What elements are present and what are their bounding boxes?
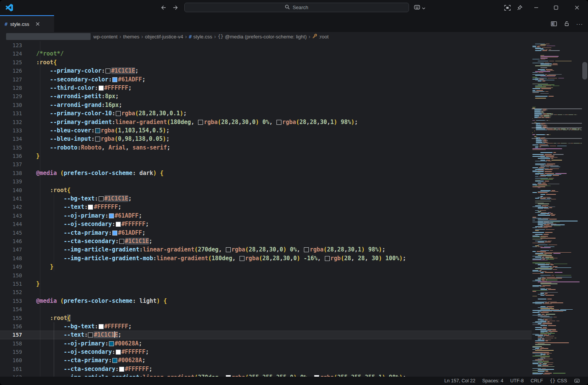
line-number[interactable]: 150 (0, 271, 22, 280)
code-line[interactable]: 139 (0, 177, 532, 186)
color-swatch[interactable] (109, 213, 114, 218)
code-line[interactable]: 156 --bg-text:#FFFFFF; (0, 322, 532, 331)
status-indentation[interactable]: Spaces: 4 (479, 377, 507, 385)
back-button[interactable] (158, 3, 168, 12)
code-line[interactable]: 158 --oj-primary:#00628A; (0, 339, 532, 348)
color-swatch[interactable] (112, 358, 117, 363)
color-swatch[interactable] (105, 68, 110, 73)
line-number[interactable]: 128 (0, 84, 22, 92)
line-number[interactable]: 130 (0, 101, 22, 109)
color-swatch[interactable] (95, 128, 100, 133)
code-line[interactable]: 154 (0, 305, 532, 313)
line-number[interactable]: 160 (0, 356, 22, 364)
line-number[interactable]: 139 (0, 177, 22, 186)
editor-code-area[interactable]: 123124/*root*/125:root{126 --primary-col… (0, 41, 532, 377)
line-number[interactable]: 132 (0, 118, 22, 126)
code-line[interactable]: 131 --primary-color-10:rgba(28,28,30,0.1… (0, 109, 532, 118)
code-line[interactable]: 153@media (prefers-color-scheme: light) … (0, 297, 532, 305)
code-line[interactable]: 127 --secondary-color:#61ADFF; (0, 75, 532, 84)
line-number[interactable]: 135 (0, 143, 22, 152)
status-encoding[interactable]: UTF-8 (507, 377, 527, 385)
code-line[interactable]: 161 --cta-secondary:#FFFFFF; (0, 365, 532, 373)
line-number[interactable]: 151 (0, 280, 22, 288)
line-number[interactable]: 126 (0, 67, 22, 75)
code-line[interactable]: 144 --oj-secondary:#FFFFFF; (0, 220, 532, 228)
color-swatch[interactable] (112, 231, 117, 235)
code-line[interactable]: 137 (0, 160, 532, 169)
color-swatch[interactable] (88, 332, 93, 337)
breadcrumb-item--root[interactable]: :root (312, 33, 329, 40)
code-line[interactable]: 157 --text:#1C1C1E; (0, 331, 532, 339)
breadcrumb-item--media-prefers-color-scheme-light-[interactable]: {}@media (prefers-color-scheme: light) (218, 34, 307, 40)
breadcrumb-item-themes[interactable]: themes (123, 34, 139, 40)
line-number[interactable]: 155 (0, 314, 22, 322)
breadcrumb-item-style-css[interactable]: #style.css (189, 34, 213, 40)
line-number[interactable]: 124 (0, 49, 22, 58)
code-line[interactable]: 142 --text:#FFFFFF; (0, 203, 532, 211)
code-line[interactable]: 146 --cta-secondary:#1C1C1E; (0, 237, 532, 245)
code-line[interactable]: 125:root{ (0, 58, 532, 67)
line-number[interactable]: 123 (0, 41, 22, 49)
code-line[interactable]: 151} (0, 280, 532, 288)
color-swatch[interactable] (116, 111, 121, 116)
close-window-button[interactable] (566, 0, 588, 15)
color-swatch[interactable] (99, 86, 104, 91)
line-number[interactable]: 141 (0, 194, 22, 203)
pin-icon[interactable] (515, 4, 524, 11)
breadcrumb-item-wp-content[interactable]: wp-content (93, 34, 118, 40)
line-number[interactable]: 137 (0, 160, 22, 169)
code-line[interactable]: 162 --img-article-gradient:linear-gradie… (0, 373, 532, 376)
code-line[interactable]: 152 (0, 288, 532, 296)
line-number[interactable]: 136 (0, 152, 22, 160)
color-swatch[interactable] (325, 256, 330, 261)
line-number[interactable]: 133 (0, 126, 22, 135)
color-swatch[interactable] (112, 77, 117, 82)
line-number[interactable]: 153 (0, 297, 22, 305)
unlock-icon[interactable] (562, 19, 571, 28)
line-number[interactable]: 152 (0, 288, 22, 296)
code-line[interactable]: 126 --primary-color:#1C1C1E; (0, 67, 532, 75)
code-line[interactable]: 150 (0, 271, 532, 280)
code-line[interactable]: 134 --bleu-input:rgba(0,98,138,0.05); (0, 135, 532, 143)
code-line[interactable]: 138@media (prefers-color-scheme: dark) { (0, 169, 532, 177)
code-line[interactable]: 140 :root{ (0, 186, 532, 194)
close-tab-icon[interactable] (34, 21, 41, 27)
line-number[interactable]: 140 (0, 186, 22, 194)
code-line[interactable]: 135 --roboto:Roboto, Arial, sans-serif; (0, 143, 532, 152)
scrollbar-thumb[interactable] (582, 62, 587, 80)
line-number[interactable]: 138 (0, 169, 22, 177)
command-center-search[interactable]: Search (184, 3, 409, 12)
color-swatch[interactable] (116, 222, 121, 227)
line-number[interactable]: 144 (0, 220, 22, 228)
code-line[interactable]: 155 :root{ (0, 314, 532, 322)
minimap[interactable] (532, 41, 582, 377)
tab-style-css[interactable]: # style.css (0, 15, 54, 32)
line-number[interactable]: 149 (0, 262, 22, 271)
line-number[interactable]: 159 (0, 348, 22, 356)
copilot-button[interactable] (414, 3, 425, 12)
status-language-mode[interactable]: {}CSS (546, 377, 570, 385)
color-swatch[interactable] (119, 239, 124, 244)
color-swatch[interactable] (109, 341, 114, 346)
code-line[interactable]: 136} (0, 152, 532, 160)
code-line[interactable]: 148 --img-article-gradient-mob:linear-gr… (0, 254, 532, 262)
code-line[interactable]: 132 --primary-gradient:linear-gradient(1… (0, 118, 532, 126)
code-line[interactable]: 159 --oj-secondary:#FFFFFF; (0, 348, 532, 356)
line-number[interactable]: 147 (0, 245, 22, 254)
line-number[interactable]: 125 (0, 58, 22, 67)
code-line[interactable]: 124/*root*/ (0, 49, 532, 58)
color-swatch[interactable] (119, 367, 124, 372)
line-number[interactable]: 161 (0, 365, 22, 373)
editor-scrollbar[interactable] (582, 41, 588, 377)
customize-layout-icon[interactable] (503, 4, 512, 11)
status-copilot-status[interactable] (570, 377, 583, 385)
line-number[interactable]: 129 (0, 92, 22, 100)
line-number[interactable]: 145 (0, 229, 22, 237)
code-line[interactable]: 130 --arrondi-grand:16px; (0, 101, 532, 109)
color-swatch[interactable] (276, 120, 281, 125)
color-swatch[interactable] (95, 137, 100, 142)
minimize-button[interactable] (526, 0, 546, 15)
maximize-button[interactable] (546, 0, 566, 15)
color-swatch[interactable] (240, 256, 244, 261)
line-number[interactable]: 131 (0, 109, 22, 118)
